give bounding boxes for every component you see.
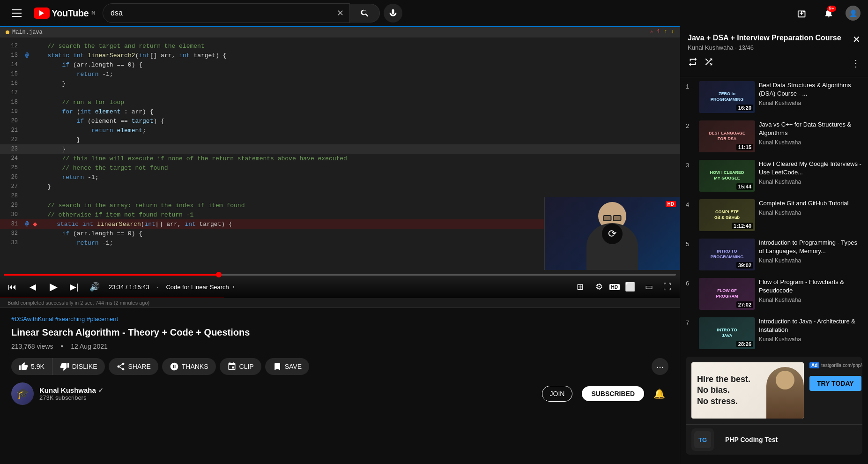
- volume-button[interactable]: 🔊: [86, 278, 103, 295]
- code-line-13: 13 @ static int linearSearch2(int[] arr,…: [0, 51, 680, 60]
- nav-left: YouTube IN: [7, 4, 95, 22]
- code-line-12: 12 // search the target and return the e…: [0, 41, 680, 51]
- save-label: SAVE: [285, 363, 302, 370]
- thanks-button[interactable]: THANKS: [162, 358, 216, 375]
- code-line-22: 22 }: [0, 135, 680, 144]
- playlist-thumb-7: INTRO TOJAVA 28:26: [699, 317, 755, 349]
- playlist-item-6[interactable]: 6 FLOW OFPROGRAM 27:02 Flow of Program -…: [680, 274, 868, 314]
- main-layout: Main.java ⚠ 1 ↑ ↓ 12 // search the targe…: [0, 26, 868, 464]
- video-player: Main.java ⚠ 1 ↑ ↓ 12 // search the targe…: [0, 26, 680, 298]
- mic-button[interactable]: [384, 4, 402, 22]
- playlist-item-2[interactable]: 2 BEST LANGUAGEFOR DSA 11:15 Java vs C++…: [680, 117, 868, 156]
- code-line-21: 21 return element;: [0, 126, 680, 135]
- ad-content: Hire the best.No bias.No stress. Ad test…: [686, 357, 862, 424]
- video-area: Main.java ⚠ 1 ↑ ↓ 12 // search the targe…: [0, 26, 680, 464]
- hamburger-menu-button[interactable]: [7, 4, 26, 22]
- miniplayer-button[interactable]: ⬜: [622, 278, 638, 295]
- playlist-item-5[interactable]: 5 INTRO TOPROGRAMMING 39:02 Introduction…: [680, 235, 868, 274]
- action-bar: 5.9K DISLIKE SHARE THANKS: [11, 358, 668, 375]
- settings-button[interactable]: ⚙: [591, 278, 608, 295]
- pip-webcam: ⟳ HD: [544, 197, 680, 270]
- editor-indicators: ⚠ 1 ↑ ↓: [650, 28, 674, 35]
- user-avatar[interactable]: 👤: [846, 6, 861, 21]
- playlist-info-2: Java vs C++ for Data Structures & Algori…: [759, 120, 862, 146]
- playlist-thumb-2: BEST LANGUAGEFOR DSA 11:15: [699, 120, 755, 152]
- search-input[interactable]: [103, 4, 331, 22]
- playlist-thumb-4: COMPLETEGit & GitHub 1:12:40: [699, 199, 755, 231]
- playlist-list[interactable]: 1 ZERO toPROGRAMMING 16:20 Best Data Str…: [680, 77, 868, 464]
- playlist-item-channel-7: Kunal Kushwaha: [759, 336, 862, 343]
- thumb-duration-4: 1:12:40: [732, 223, 753, 229]
- playlist-item-1[interactable]: 1 ZERO toPROGRAMMING 16:20 Best Data Str…: [680, 77, 868, 117]
- video-title: Linear Search Algorithm - Theory + Code …: [11, 326, 668, 338]
- playlist-item-channel-3: Kunal Kushwaha: [759, 179, 862, 185]
- country-label: IN: [90, 10, 95, 15]
- hashtags[interactable]: #DSAwithKunal #searching #placement: [11, 315, 668, 322]
- code-line-14: 14 if (arr.length == 0) {: [0, 60, 680, 69]
- loop-button[interactable]: [688, 57, 698, 69]
- play-pause-button[interactable]: ▶: [45, 278, 62, 295]
- search-submit-button[interactable]: [350, 4, 380, 22]
- create-video-button[interactable]: [793, 4, 812, 22]
- search-input-wrap: ✕: [103, 3, 350, 23]
- ad-image: Hire the best.No bias.No stress.: [691, 362, 804, 419]
- nav-right: 9+ 👤: [793, 4, 861, 22]
- close-playlist-button[interactable]: ✕: [853, 34, 861, 45]
- ad-url: testgorilla.com/php/developer: [821, 363, 862, 368]
- prev-button[interactable]: ◀: [24, 278, 41, 295]
- thumbs-up-icon: [19, 362, 28, 371]
- theater-button[interactable]: ▭: [640, 278, 657, 295]
- ad-company-name: PHP Coding Test: [725, 436, 778, 443]
- notifications-badge: 9+: [827, 6, 836, 12]
- create-icon: [797, 8, 808, 18]
- youtube-text: YouTube: [52, 8, 89, 19]
- code-line-26: 26 return -1;: [0, 172, 680, 182]
- channel-info: Kunal Kushwaha ✓ 273K subscribers: [39, 386, 536, 401]
- ad-try-button[interactable]: TRY TODAY: [809, 376, 861, 391]
- ad-banner: Hire the best.No bias.No stress. Ad test…: [686, 357, 862, 455]
- subscribe-button[interactable]: SUBSCRIBED: [582, 386, 644, 401]
- skip-back-button[interactable]: ⏮: [4, 278, 21, 295]
- playlist-item-title-1: Best Data Structures & Algorithms (DSA) …: [759, 81, 862, 98]
- notifications-button[interactable]: 9+: [819, 4, 838, 22]
- notification-bell-button[interactable]: 🔔: [650, 384, 668, 403]
- pip-replay-button[interactable]: ⟳: [602, 224, 623, 244]
- next-button[interactable]: ▶|: [66, 278, 82, 295]
- playlist-more-button[interactable]: ⋮: [851, 58, 861, 69]
- clip-button[interactable]: CLIP: [220, 358, 261, 375]
- search-bar: ✕: [103, 3, 402, 23]
- search-clear-button[interactable]: ✕: [331, 8, 349, 18]
- playlist-info-7: Introduction to Java - Architecture & In…: [759, 317, 862, 343]
- fullscreen-button[interactable]: ⛶: [659, 278, 676, 295]
- shuffle-button[interactable]: [704, 57, 714, 69]
- ad-bottom: TG PHP Coding Test: [686, 424, 862, 455]
- playlist-thumb-1: ZERO toPROGRAMMING 16:20: [699, 81, 755, 113]
- playlist-item-channel-6: Kunal Kushwaha: [759, 297, 862, 303]
- more-actions-button[interactable]: ···: [652, 358, 668, 375]
- code-line-19: 19 for (int element : arr) {: [0, 107, 680, 116]
- like-button[interactable]: 5.9K: [11, 358, 52, 375]
- youtube-logo[interactable]: YouTube IN: [34, 7, 95, 19]
- youtube-logo-icon: [34, 7, 50, 19]
- left-lens: [603, 215, 612, 221]
- playlist-item-7[interactable]: 7 INTRO TOJAVA 28:26 Introduction to Jav…: [680, 314, 868, 353]
- dislike-button[interactable]: DISLIKE: [52, 358, 105, 375]
- file-tab-name: Main.java: [12, 29, 43, 36]
- code-line-16: 16 }: [0, 79, 680, 88]
- channel-avatar[interactable]: 🎓: [11, 382, 34, 405]
- playlist-item-3[interactable]: 3 HOW I CLEAREDMY GOOGLE 15:44 How I Cle…: [680, 156, 868, 195]
- time-display: 23:34 / 1:15:43: [109, 284, 149, 291]
- share-button[interactable]: SHARE: [109, 358, 158, 375]
- chapter-arrow: ›: [233, 284, 235, 290]
- playlist-thumb-5: INTRO TOPROGRAMMING 39:02: [699, 239, 755, 270]
- playlist-item-title-7: Introduction to Java - Architecture & In…: [759, 317, 862, 334]
- subtitles-button[interactable]: ⊞: [572, 278, 589, 295]
- playlist-item-4[interactable]: 4 COMPLETEGit & GitHub 1:12:40 Complete …: [680, 195, 868, 235]
- verified-badge: ✓: [98, 387, 104, 394]
- subscriber-count: 273K subscribers: [39, 394, 536, 401]
- playlist-header: Java + DSA + Interview Preparation Cours…: [680, 26, 868, 77]
- save-button[interactable]: SAVE: [265, 358, 309, 375]
- join-button[interactable]: JOIN: [542, 386, 573, 402]
- thumb-duration-2: 11:15: [736, 144, 753, 150]
- pip-inner: ⟳ HD: [545, 197, 680, 270]
